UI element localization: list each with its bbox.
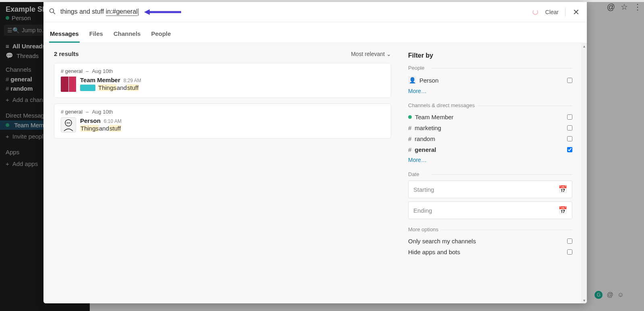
presence-dot-icon <box>408 115 412 119</box>
filter-section-people: People <box>408 65 572 71</box>
filter-section-channels: Channels & direct messages <box>408 102 572 108</box>
result-message: Things and stuff <box>80 125 384 132</box>
filter-option-label: Hide apps and bots <box>408 249 460 255</box>
divider <box>565 8 566 17</box>
filter-checkbox[interactable] <box>567 147 572 152</box>
scrollbar[interactable]: ▴ ▾ <box>581 43 587 303</box>
filter-checkbox[interactable] <box>567 249 572 255</box>
annotation-arrow-icon <box>144 8 182 16</box>
scroll-up-icon[interactable]: ▴ <box>583 44 585 48</box>
tab-channels[interactable]: Channels <box>113 30 142 43</box>
filter-only-my-channels[interactable]: Only search my channels <box>408 236 572 247</box>
svg-point-6 <box>69 122 70 123</box>
filter-section-date: Date <box>408 171 572 177</box>
filter-checkbox[interactable] <box>567 125 572 131</box>
scroll-down-icon[interactable]: ▾ <box>583 298 585 303</box>
filter-checkbox[interactable] <box>567 238 572 244</box>
result-date: Aug 10th <box>92 109 113 115</box>
calendar-icon: 📅 <box>558 185 567 194</box>
people-more-link[interactable]: More… <box>408 86 572 100</box>
result-sender[interactable]: Team Member <box>80 77 120 83</box>
more-options-header-label: More options <box>408 226 442 232</box>
date-header-label: Date <box>408 171 422 177</box>
hash-icon: # <box>408 124 411 131</box>
date-ending-label: Ending <box>413 207 432 214</box>
tab-people[interactable]: People <box>150 30 171 43</box>
filter-channel-name: random <box>415 135 435 142</box>
filter-hide-bots[interactable]: Hide apps and bots <box>408 247 572 257</box>
date-starting-input[interactable]: Starting 📅 <box>408 180 572 198</box>
filter-option-label: Only search my channels <box>408 238 476 245</box>
search-results-column: 2 results Most relevant ⌄ # general – Au… <box>43 43 402 303</box>
avatar <box>61 77 76 92</box>
filter-checkbox[interactable] <box>567 136 572 141</box>
result-time: 6:10 AM <box>104 118 122 124</box>
calendar-icon: 📅 <box>558 206 567 215</box>
result-sender[interactable]: Person <box>80 117 101 124</box>
separator: – <box>86 68 89 74</box>
result-context: # general – Aug 10th <box>61 68 384 74</box>
search-result-card[interactable]: # general – Aug 10th Person 6:10 AM <box>54 104 391 139</box>
people-header-label: People <box>408 65 427 71</box>
loading-spinner-icon <box>533 9 538 15</box>
search-bar[interactable]: things and stuff in:#general Clear ✕ <box>43 2 587 22</box>
hash-icon: # <box>408 135 411 142</box>
filters-panel: Filter by People 👤Person More… Channels … <box>402 43 587 303</box>
highlight: Things <box>80 125 99 132</box>
highlight: Things <box>98 84 117 91</box>
msg-text-part: and <box>99 125 109 132</box>
filters-title: Filter by <box>408 52 572 59</box>
search-query-text: things and stuff in:#general <box>60 8 138 16</box>
filter-channel-name: marketing <box>415 124 441 131</box>
filter-person-row[interactable]: 👤Person <box>408 74 572 86</box>
date-ending-input[interactable]: Ending 📅 <box>408 201 572 219</box>
result-message: Things and stuff <box>80 84 384 91</box>
result-time: 8:29 AM <box>124 78 141 83</box>
tab-files[interactable]: Files <box>89 30 104 43</box>
filter-channel-name: general <box>415 146 436 153</box>
result-context: # general – Aug 10th <box>61 109 384 115</box>
filter-person-name: Person <box>419 77 439 84</box>
results-count: 2 results <box>54 50 79 57</box>
avatar <box>61 117 76 133</box>
filter-checkbox[interactable] <box>567 78 572 83</box>
filter-channel-name: Team Member <box>415 114 454 120</box>
highlight: stuff <box>127 84 139 91</box>
filter-channel-row[interactable]: Team Member <box>408 112 572 122</box>
highlight: stuff <box>109 125 121 132</box>
msg-text-part: and <box>117 84 127 91</box>
svg-point-0 <box>50 8 54 12</box>
result-channel: # general <box>61 109 83 115</box>
clear-search-button[interactable]: Clear <box>545 9 559 15</box>
separator: – <box>86 109 89 115</box>
mini-avatar-icon: 👤 <box>408 76 416 84</box>
search-query-plain: things and stuff <box>60 8 106 15</box>
filter-channel-row[interactable]: #general <box>408 144 572 155</box>
chevron-down-icon: ⌄ <box>386 51 391 57</box>
attachment-thumb-icon <box>80 85 95 91</box>
tab-messages[interactable]: Messages <box>49 30 80 43</box>
channels-more-link[interactable]: More… <box>408 155 572 169</box>
date-starting-label: Starting <box>413 186 434 193</box>
result-channel: # general <box>61 68 83 74</box>
search-modal: things and stuff in:#general Clear ✕ Mes… <box>43 2 587 303</box>
filter-channel-row[interactable]: #random <box>408 133 572 144</box>
svg-line-1 <box>53 12 55 14</box>
search-icon <box>49 8 56 16</box>
filter-section-more-options: More options <box>408 226 572 232</box>
sort-dropdown[interactable]: Most relevant ⌄ <box>351 51 391 57</box>
hash-icon: # <box>408 146 411 153</box>
close-modal-button[interactable]: ✕ <box>571 6 581 19</box>
filter-channel-row[interactable]: #marketing <box>408 122 572 133</box>
svg-point-5 <box>67 122 68 123</box>
search-query-filter: in:#general <box>106 8 138 16</box>
sort-label: Most relevant <box>351 51 385 57</box>
result-date: Aug 10th <box>92 68 113 74</box>
channels-header-label: Channels & direct messages <box>408 102 478 108</box>
text-cursor <box>138 8 138 16</box>
filter-checkbox[interactable] <box>567 114 572 120</box>
search-result-card[interactable]: # general – Aug 10th Team Member 8:29 AM… <box>54 63 391 98</box>
search-tabs: Messages Files Channels People <box>43 22 587 43</box>
svg-marker-3 <box>144 9 150 15</box>
